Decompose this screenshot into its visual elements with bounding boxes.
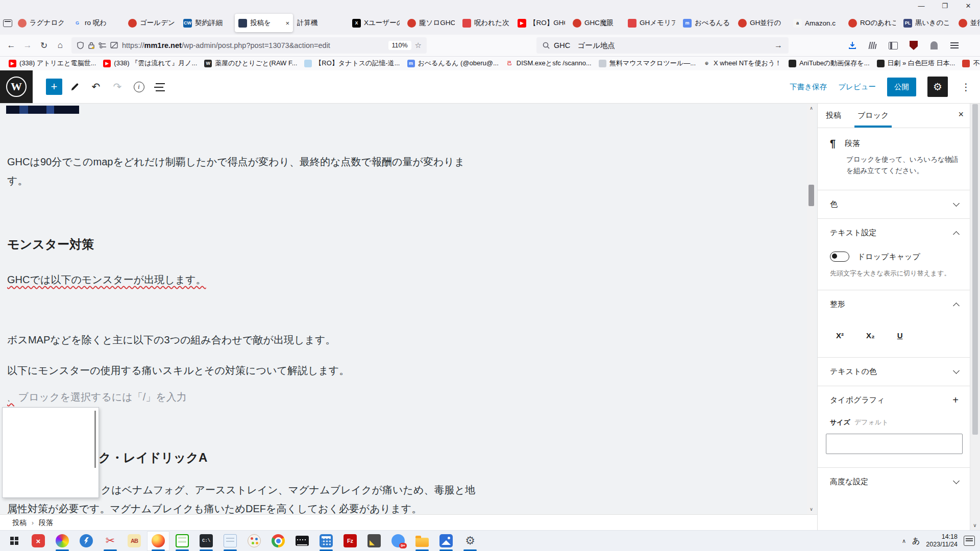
search-input[interactable]: GHC ゴール地点 — [554, 41, 770, 51]
lock-warning-icon[interactable] — [88, 41, 95, 49]
app-menu-icon[interactable] — [947, 38, 962, 53]
sidebar-close-icon[interactable]: × — [958, 109, 964, 120]
sidebar-toggle-icon[interactable] — [886, 38, 901, 53]
browser-tab[interactable]: 投稿を × — [235, 14, 293, 32]
bookmark-item[interactable]: 日劇 » 白色巨塔 日本... — [873, 59, 959, 68]
panel-advanced[interactable]: 高度な設定 — [818, 467, 971, 496]
reload-button[interactable]: ↻ — [36, 37, 52, 54]
taskbar-app-icon[interactable]: ⚙ — [459, 531, 481, 551]
taskbar-app-icon[interactable] — [267, 531, 289, 551]
empty-block-placeholder[interactable]: 、 ブロックを選択するには「/」を入力 — [7, 390, 187, 404]
bookmark-item[interactable]: 己 DISM.exeとsfc /scanno... — [502, 59, 595, 68]
browser-tab[interactable]: a Amazon.c — [790, 14, 844, 32]
ublock-icon[interactable] — [906, 38, 921, 53]
ime-candidate[interactable] — [3, 473, 99, 488]
browser-tab[interactable]: ROのあれこ — [845, 14, 899, 32]
editor-scrollbar[interactable]: ∧ ∨ — [807, 103, 816, 514]
taskbar-app-icon[interactable] — [3, 531, 26, 551]
panel-text-settings[interactable]: テキスト設定 — [818, 218, 971, 247]
bookmark-item[interactable]: 【RO】タナトスの記憶-道... — [301, 59, 403, 68]
superscript-button[interactable]: X² — [836, 331, 844, 340]
heading-block[interactable]: モンスター対策 — [7, 237, 94, 252]
browser-tab[interactable]: ゴールデン — [125, 14, 179, 32]
library-icon[interactable] — [865, 38, 880, 53]
browser-tab[interactable]: m おべるんる — [679, 14, 734, 32]
taskbar-app-icon[interactable] — [315, 531, 337, 551]
zoom-level-badge[interactable]: 110% — [388, 41, 411, 50]
taskbar-app-icon[interactable]: × — [27, 531, 50, 551]
browser-tab[interactable]: PL 黒いきのこ — [900, 14, 954, 32]
details-info-button[interactable]: i — [130, 78, 148, 96]
downloads-icon[interactable] — [845, 38, 860, 53]
page-scrollbar[interactable]: ∧ ∨ — [970, 70, 980, 531]
blocked-image-icon[interactable] — [110, 42, 118, 49]
home-button[interactable]: ⌂ — [52, 37, 68, 54]
edit-tool-button[interactable] — [65, 78, 84, 96]
map-image-bottom-edge[interactable] — [6, 106, 79, 114]
back-button[interactable]: ← — [3, 37, 19, 54]
paragraph-block[interactable]: 以下にモンスターの使用する痛いスキルとその対策について解説します。 — [7, 361, 479, 380]
url-text[interactable]: https://mm1re.net/wp-admin/post.php?post… — [122, 41, 385, 49]
browser-tab[interactable]: X Xユーザーの — [349, 14, 403, 32]
permissions-icon[interactable] — [99, 42, 107, 48]
ime-indicator[interactable]: あ — [912, 536, 920, 546]
wordpress-logo[interactable]: W — [0, 70, 33, 103]
editor-canvas[interactable]: GHCは90分でこのmapをどれだけ制覇したかで得点が変わり、最終的な点数で報酬… — [0, 103, 807, 514]
browser-tab[interactable]: GHC魔眼 — [569, 14, 624, 32]
bookmark-item[interactable]: ▶ (338) 『雲は流れて』月ノ... — [100, 59, 201, 68]
panel-color[interactable]: 色 — [818, 190, 971, 218]
bookmark-item[interactable]: m おべるんるん (@oberu@... — [404, 59, 502, 68]
minimize-button[interactable]: — — [910, 0, 933, 11]
paragraph-block[interactable]: ボスMAPなどを除くと主に以下の3つの組み合わせで敵が出現します。 — [7, 331, 479, 349]
underline-button[interactable]: U — [897, 331, 903, 340]
extension-ghost-icon[interactable] — [926, 38, 942, 53]
tab-close-icon[interactable]: × — [285, 19, 289, 27]
browser-tab[interactable]: 呪われた次 — [459, 14, 513, 32]
browser-tab[interactable]: ラグナロク — [14, 14, 69, 32]
browser-tab[interactable]: GHメモリア — [624, 14, 679, 32]
ime-candidate[interactable] — [3, 442, 99, 458]
publish-button[interactable]: 公開 — [887, 78, 916, 96]
search-bar[interactable]: GHC ゴール地点 → — [536, 37, 789, 54]
taskbar-app-icon[interactable] — [363, 531, 385, 551]
taskbar-app-icon[interactable]: ✂ — [99, 531, 121, 551]
taskbar-app-icon[interactable] — [147, 531, 169, 551]
bookmark-star-icon[interactable]: ☆ — [415, 41, 422, 50]
typography-add-icon[interactable]: + — [952, 394, 959, 406]
preview-button[interactable]: プレビュー — [838, 82, 876, 92]
taskbar-app-icon[interactable] — [411, 531, 433, 551]
scroll-up-icon[interactable]: ∧ — [807, 104, 816, 112]
options-dots-icon[interactable]: ⋮ — [959, 81, 973, 93]
browser-tab[interactable]: G ro 呪わ — [69, 14, 124, 32]
panel-formatting[interactable]: 整形 — [818, 290, 971, 318]
taskbar-clock[interactable]: 14:18 2023/11/24 — [926, 533, 958, 548]
redo-button[interactable]: ↷ — [108, 78, 127, 96]
browser-tab[interactable]: GH並行の — [734, 14, 789, 32]
bookmark-item[interactable]: W 薬屋のひとりごと(RAW F... — [201, 59, 301, 68]
taskbar-app-icon[interactable] — [219, 531, 241, 551]
browser-tab[interactable]: 計算機 — [293, 14, 348, 32]
taskbar-app-icon[interactable] — [51, 531, 74, 551]
search-go-icon[interactable]: → — [774, 41, 782, 50]
close-button[interactable]: ✕ — [957, 0, 980, 11]
heading-block-partially-hidden[interactable]: ク・レイドリックA — [99, 450, 207, 465]
taskbar-app-icon[interactable]: Fz — [339, 531, 361, 551]
paragraph-block-spellcheck[interactable]: GHCでは以下のモンスターが出現します。 — [7, 270, 479, 289]
notification-center-icon[interactable] — [964, 536, 975, 546]
browser-tab[interactable]: ▶ 【RO】GHC — [514, 14, 569, 32]
scroll-down-icon[interactable]: ∨ — [970, 521, 979, 530]
taskbar-app-icon[interactable] — [195, 531, 217, 551]
ime-scrollbar[interactable] — [94, 411, 96, 468]
tab-block[interactable]: ブロック — [849, 103, 897, 128]
breadcrumb-root[interactable]: 投稿 — [12, 518, 27, 528]
taskbar-app-icon[interactable]: AB — [123, 531, 145, 551]
taskbar-app-icon[interactable] — [291, 531, 313, 551]
bookmark-item[interactable]: 無料マウスマクロツール—... — [595, 59, 699, 68]
drop-cap-toggle[interactable] — [830, 252, 849, 262]
bookmark-item[interactable]: ▶ (338) アトリエと電脳世... — [5, 59, 100, 68]
editor-scrollbar-thumb[interactable] — [808, 185, 814, 206]
shield-icon[interactable] — [77, 41, 84, 49]
taskbar-app-icon[interactable] — [75, 531, 97, 551]
save-draft-button[interactable]: 下書き保存 — [790, 82, 827, 92]
firefox-view-icon[interactable] — [3, 15, 12, 31]
